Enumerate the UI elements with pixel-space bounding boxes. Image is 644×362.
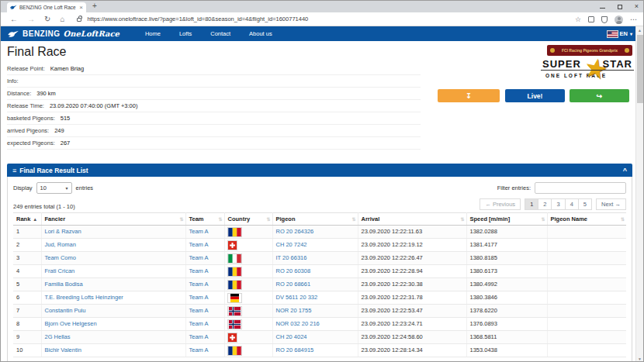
back-icon[interactable]: ← [10,16,18,23]
download-button[interactable]: ↧ [438,89,500,102]
cell-speed: 1381.4177 [466,239,547,252]
team-link[interactable]: Team A [189,281,209,288]
benzing-logo[interactable]: BENZING OneLoftRace [8,29,119,38]
scroll-up-icon[interactable]: ▲ [636,26,643,34]
cell-speed: 1376.0893 [466,318,547,331]
team-link[interactable]: Team A [189,320,209,327]
team-link[interactable]: Team A [189,241,209,248]
pagination-next[interactable]: Next → [596,198,626,210]
tab-close-icon[interactable]: × [79,5,83,11]
race-field-row: Distance:390 km [7,88,421,100]
pagination-previous[interactable]: ← Previous [480,198,521,210]
cell-arrival: 23.09.2020 12:28:14.34 [358,344,466,357]
favorites-star-icon[interactable]: ☆ [575,16,581,23]
cell-arrival: 23.09.2020 12:23:24.71 [358,318,466,331]
race-field-label: basketed Pigeons: [7,115,55,122]
team-link[interactable]: Team A [189,267,209,274]
site-navbar: BENZING OneLoftRace Home Lofts Contact A… [1,26,643,41]
language-selector[interactable]: EN ▾ [608,30,632,37]
fancier-link[interactable]: Frati Crican [45,267,75,274]
pagination-page-4[interactable]: 4 [566,198,579,210]
collections-icon[interactable] [588,16,594,22]
team-link[interactable]: Team A [189,294,209,301]
col-header-speed-m-min-[interactable]: Speed [m/min]⇅ [466,213,547,226]
entries-select[interactable]: 10 ▾ [36,182,72,194]
fancier-link[interactable]: T.E. Breeding Lofts Heinzinger [45,294,123,301]
cell-team: Team A [185,278,224,291]
cell-fancier: Familia Bodisa [41,278,185,291]
browser-address-bar: ← → ↻ ⌂ https://www.oneloftrace.live/?pa… [1,12,643,26]
nav-item-contact[interactable]: Contact [202,26,239,41]
pagination-page-3[interactable]: 3 [552,198,565,210]
pigeon-link[interactable]: RO 20 264326 [276,228,314,235]
url-text[interactable]: https://www.oneloftrace.live/?page=1&lof… [87,16,308,22]
browser-window: BENZING One Loft Race × + × ← → ↻ ⌂ http… [0,0,644,362]
scrollbar-thumb[interactable] [637,35,643,103]
live-button[interactable]: Live! [505,89,565,102]
profile-avatar[interactable] [615,16,623,24]
pigeon-link[interactable]: RO 20 684915 [276,346,314,353]
fancier-link[interactable]: Jud, Roman [45,241,76,248]
pigeon-link[interactable]: CH 20 4024 [276,333,307,340]
table-header-row: Rank▲Fancier⇅Team⇅Country⇅Pigeon⇅Arrival… [13,213,626,226]
pigeon-link[interactable]: CH 20 7242 [276,241,307,248]
col-header-pigeon[interactable]: Pigeon⇅ [272,213,358,226]
share-button[interactable]: ↪ [570,89,629,102]
forward-icon: → [27,16,35,23]
pigeon-link[interactable]: DV 5611 20 332 [276,294,318,301]
team-link[interactable]: Team A [189,254,209,261]
pigeon-link[interactable]: IT 20 66316 [276,254,307,261]
nav-item-home[interactable]: Home [137,26,169,41]
race-field-label: Release Time: [7,102,44,109]
nav-item-about[interactable]: About us [241,26,281,41]
home-icon[interactable]: ⌂ [60,16,64,23]
refresh-icon[interactable]: ↻ [44,16,50,23]
pagination-top: ← Previous12345Next → [480,198,626,210]
col-header-rank[interactable]: Rank▲ [13,213,41,226]
pigeon-link[interactable]: NOR 032 20 216 [276,320,320,327]
pagination-page-1[interactable]: 1 [525,198,538,210]
filter-control: Filter entries: [497,182,626,194]
sort-icon: ⇅ [541,216,545,222]
fancier-link[interactable]: Team Como [45,254,76,261]
pagination-page-5[interactable]: 5 [579,198,592,210]
collapse-chevron-icon[interactable]: ^ [623,167,627,174]
col-header-arrival[interactable]: Arrival⇅ [358,213,466,226]
pagination-page-2[interactable]: 2 [538,198,552,210]
window-close-icon[interactable]: × [635,3,639,10]
panel-title: Final Race Result List [19,167,88,174]
window-minimize-icon[interactable] [600,8,605,9]
logo-star: STAR [603,58,632,70]
page-scrollbar[interactable]: ▲ ▼ [635,26,643,362]
pigeon-link[interactable]: RO 20 68661 [276,281,311,288]
shield-icon[interactable] [601,16,608,23]
pigeon-link[interactable]: NOR 20 1755 [276,307,312,314]
team-link[interactable]: Team A [189,346,209,353]
team-link[interactable]: Team A [189,228,209,235]
fancier-link[interactable]: Constantin Puiu [45,307,86,314]
lock-icon [77,18,81,22]
scroll-down-icon[interactable]: ▼ [636,355,643,362]
sort-icon: ⇅ [351,216,355,222]
new-tab-button[interactable]: + [92,2,97,10]
fancier-link[interactable]: Lori & Razvan [45,228,81,235]
filter-input[interactable] [535,182,626,194]
col-header-country[interactable]: Country⇅ [224,213,272,226]
nav-item-lofts[interactable]: Lofts [171,26,200,41]
cell-arrival: 23.09.2020 12:22:31.78 [358,291,466,305]
col-header-fancier[interactable]: Fancier⇅ [41,213,185,226]
fancier-link[interactable]: Bjorn Ove Helgesen [45,320,97,327]
col-header-pigeon-name[interactable]: Pigeon Name⇅ [547,213,626,226]
browser-tab[interactable]: BENZING One Loft Race × [7,2,86,12]
fancier-link[interactable]: 2G Hellas [45,333,71,340]
team-link[interactable]: Team A [189,307,209,314]
pigeon-link[interactable]: RO 20 60308 [276,267,311,274]
fancier-link[interactable]: Familia Bodisa [45,281,83,288]
fancier-link[interactable]: Bichir Valentin [45,346,81,353]
browser-menu-icon[interactable]: ⋯ [630,16,637,23]
team-link[interactable]: Team A [189,333,209,340]
panel-body: Display 10 ▾ entries Filter entries: 249… [7,177,632,362]
sort-icon: ⇅ [621,216,625,222]
window-restore-icon[interactable] [618,5,622,9]
col-header-team[interactable]: Team⇅ [185,213,224,226]
